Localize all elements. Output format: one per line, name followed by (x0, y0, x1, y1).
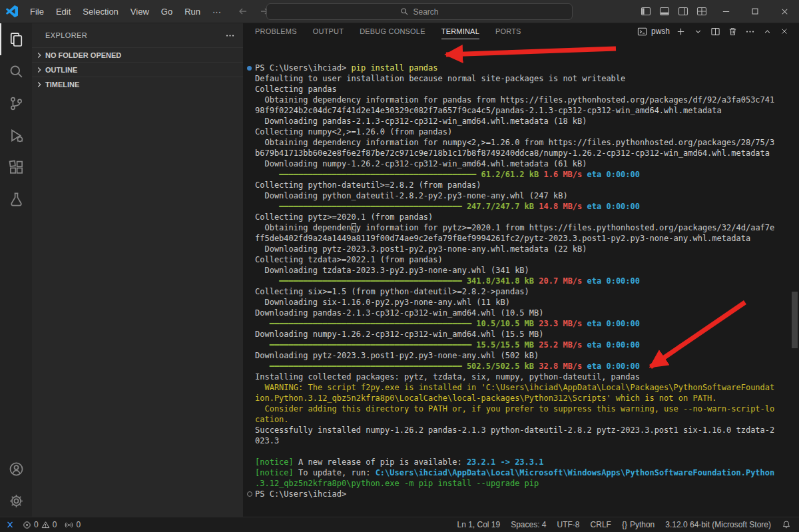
terminal-scrollbar[interactable] (792, 292, 798, 348)
encoding-button[interactable]: UTF-8 (557, 520, 580, 529)
language-mode-button[interactable]: {} Python (622, 520, 655, 529)
kill-terminal-button[interactable] (724, 23, 740, 39)
tab-problems[interactable]: PROBLEMS (255, 23, 297, 39)
maximize-button[interactable] (740, 0, 770, 23)
warning-icon (41, 521, 50, 529)
activity-run-debug-button[interactable] (0, 119, 32, 151)
split-terminal-button[interactable] (707, 23, 723, 39)
terminal-line: Collecting python-dateutil>=2.8.2 (from … (255, 180, 799, 190)
panel-more-actions-button[interactable] (742, 23, 758, 39)
terminal-line: PS C:\Users\ihciad> (255, 489, 799, 499)
ports-status-button[interactable]: 0 (65, 520, 81, 529)
terminal-line: 98f9f0224b2c04dc74f41d2e14e30329c082f7a6… (255, 105, 799, 116)
sidebar-header: EXPLORER (32, 23, 243, 47)
statusbar-right: Ln 1, Col 19 Spaces: 4 UTF-8 CRLF {} Pyt… (457, 520, 791, 529)
run-and-debug-icon (9, 128, 24, 143)
tab-output[interactable]: OUTPUT (313, 23, 344, 39)
activity-source-control-button[interactable] (0, 87, 32, 119)
terminal-line: Collecting tzdata>=2022.1 (from pandas) (255, 254, 799, 265)
terminal-line: PS C:\Users\ihciad> pip install pandas (255, 63, 799, 73)
toggle-secondary-sidebar-button[interactable] (674, 2, 692, 21)
terminal-shell-chip[interactable]: pwsh (637, 27, 670, 37)
cursor-position-button[interactable]: Ln 1, Col 19 (457, 520, 500, 529)
language-label: Python (630, 520, 655, 529)
menu-edit[interactable]: Edit (50, 4, 77, 19)
indentation-button[interactable]: Spaces: 4 (511, 520, 546, 529)
tab-debug-console[interactable]: DEBUG CONSOLE (360, 23, 425, 39)
settings-button[interactable] (0, 485, 32, 517)
sidebar-more-actions-button[interactable] (225, 31, 235, 41)
new-terminal-button[interactable] (672, 23, 688, 39)
vscode-logo-icon (0, 5, 24, 17)
terminal-profile-chevron-icon[interactable] (690, 23, 706, 39)
terminal[interactable]: PS C:\Users\ihciad> pip install pandasDe… (243, 39, 799, 521)
menu-file[interactable]: File (24, 4, 50, 19)
menu-go[interactable]: Go (155, 4, 178, 19)
activity-bar (0, 23, 32, 517)
sidebar-title: EXPLORER (45, 31, 225, 39)
close-panel-button[interactable] (776, 23, 792, 39)
command-decoration-circle[interactable] (247, 491, 252, 497)
error-icon (23, 521, 31, 529)
section-label: NO FOLDER OPENED (45, 51, 121, 59)
activity-extensions-button[interactable] (0, 151, 32, 183)
tab-ports[interactable]: PORTS (495, 23, 521, 39)
command-decoration-dot[interactable] (247, 66, 252, 71)
menu-selection[interactable]: Selection (77, 4, 124, 19)
menu-run[interactable]: Run (178, 4, 206, 19)
terminal-line: [notice] To update, run: C:\Users\ihciad… (255, 467, 799, 478)
terminal-line: [notice] A new release of pip is availab… (255, 457, 799, 467)
gear-icon (9, 493, 24, 509)
terminal-line: Obtaining dependency information for pyt… (255, 222, 799, 233)
terminal-line: Downloading six-1.16.0-py2.py3-none-any.… (255, 297, 799, 308)
search-icon (9, 64, 24, 79)
chevron-right-icon (35, 65, 44, 75)
terminal-line: ━━━━━━━━━━━━━━━━━━━━━━━━━━━━━━━━━━━━━━━━… (255, 361, 799, 372)
chevron-right-icon (35, 80, 44, 89)
toggle-panel-button[interactable] (655, 2, 674, 21)
terminal-line: Installing collected packages: pytz, tzd… (255, 372, 799, 382)
activity-testing-button[interactable] (0, 183, 32, 215)
panel-header: PROBLEMSOUTPUTDEBUG CONSOLETERMINALPORTS… (243, 23, 799, 39)
section-outline[interactable]: OUTLINE (32, 62, 243, 77)
menu-view[interactable]: View (125, 4, 155, 19)
section-timeline[interactable]: TIMELINE (32, 77, 243, 91)
source-control-icon (9, 96, 24, 111)
customize-layout-button[interactable] (692, 2, 711, 21)
terminal-line: b679b41713bb60e2e8f6e2f87be72c971c9e718b… (255, 148, 799, 158)
python-interpreter-button[interactable]: 3.12.0 64-bit (Microsoft Store) (665, 520, 771, 529)
close-window-button[interactable] (770, 0, 799, 23)
remote-indicator-button[interactable] (5, 520, 15, 529)
terminal-icon (637, 27, 647, 37)
notifications-bell-button[interactable] (782, 520, 791, 529)
bottom-panel: PROBLEMSOUTPUTDEBUG CONSOLETERMINALPORTS… (243, 23, 799, 517)
titlebar-actions (637, 0, 799, 23)
terminal-line: Obtaining dependency information for pan… (255, 95, 799, 105)
command-center-search[interactable]: Search (266, 3, 573, 20)
terminal-line: ━━━━━━━━━━━━━━━━━━━━━━━━━━━━━━━━━━━━━━━━… (255, 318, 799, 329)
menu-more[interactable]: ··· (206, 4, 227, 19)
terminal-line (255, 446, 799, 457)
chevron-right-icon (35, 51, 44, 60)
files-icon (9, 32, 24, 47)
activity-explorer-button[interactable] (0, 23, 32, 55)
terminal-line: Downloading pandas-2.1.3-cp312-cp312-win… (255, 308, 799, 318)
terminal-line: Collecting six>=1.5 (from python-dateuti… (255, 286, 799, 297)
section-no-folder-opened[interactable]: NO FOLDER OPENED (32, 47, 243, 62)
terminal-line: Downloading numpy-1.26.2-cp312-cp312-win… (255, 329, 799, 340)
radio-tower-icon (65, 521, 73, 529)
accounts-button[interactable] (0, 453, 32, 485)
eol-button[interactable]: CRLF (591, 520, 611, 529)
maximize-panel-button[interactable] (759, 23, 775, 39)
terminal-line: ━━━━━━━━━━━━━━━━━━━━━━━━━━━━━━━━━━━━━━━━… (255, 340, 799, 350)
back-button[interactable] (238, 6, 248, 17)
terminal-line: .3.12_qbz5n2kfra8p0\python.exe -m pip in… (255, 478, 799, 489)
activity-search-button[interactable] (0, 55, 32, 87)
terminal-line: Downloading pytz-2023.3.post1-py2.py3-no… (255, 244, 799, 254)
toggle-primary-sidebar-button[interactable] (637, 2, 655, 21)
problems-status-button[interactable]: 0 0 (23, 520, 57, 529)
tab-terminal[interactable]: TERMINAL (441, 23, 479, 39)
history-navigation (238, 6, 270, 17)
terminal-line: 023.3 (255, 435, 799, 446)
minimize-button[interactable] (711, 0, 740, 23)
